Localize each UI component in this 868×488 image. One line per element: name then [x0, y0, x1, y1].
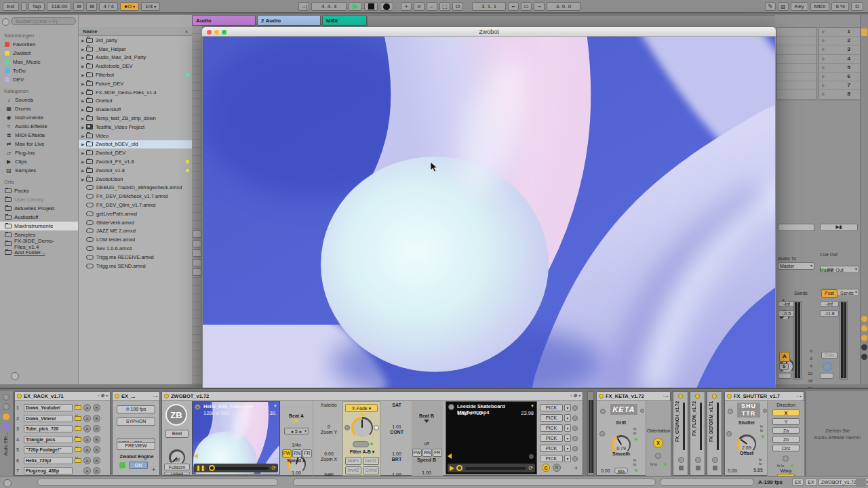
master-solo-button[interactable]: Solo	[821, 352, 837, 359]
rack-chain-row[interactable]: 1Down_Youtube/AB	[16, 403, 110, 413]
sidebar-item-audiostuff[interactable]: Audiostuff	[0, 213, 78, 222]
minimize-icon[interactable]	[214, 30, 219, 35]
device-fx-shutter[interactable]: FX_SHUTTER_v1.7 ▫▪ SHUTTR Shutter hilo 2…	[724, 391, 804, 476]
video-b-direction-icon[interactable]	[448, 453, 452, 459]
pick-mod-dot[interactable]	[572, 446, 578, 451]
scene-slot[interactable]: 8	[819, 90, 860, 99]
close-icon[interactable]	[207, 30, 212, 35]
browser-collapse-icon[interactable]	[2, 18, 9, 26]
hotswap-icon[interactable]	[695, 457, 701, 463]
clip-slot[interactable]	[777, 37, 816, 45]
nudge-down-icon[interactable]: ‖‖	[73, 2, 84, 11]
play-button[interactable]	[349, 2, 362, 11]
xfade-knob[interactable]	[351, 417, 373, 439]
xfade-b-dot[interactable]	[374, 425, 379, 430]
sidebar-item-favoriten[interactable]: Favoriten	[0, 40, 78, 49]
clip-slot[interactable]	[777, 90, 816, 99]
file-row[interactable]: ▶Future_DEV	[79, 79, 193, 88]
arrangement-position-field[interactable]: 4. 4. 3	[311, 2, 347, 11]
chain-a-button[interactable]: A	[83, 457, 91, 464]
file-row[interactable]: getLivePath.amxd	[79, 209, 193, 218]
fw-button[interactable]: FW	[412, 449, 422, 457]
scene-slot[interactable]: 2	[819, 37, 860, 45]
file-row[interactable]: ▶Zwobot_v1.8	[79, 166, 193, 175]
loop-length-field[interactable]: 4. 0. 0	[547, 2, 580, 11]
session-record-icon[interactable]: O	[452, 2, 463, 11]
chain-a-button[interactable]: A	[83, 415, 91, 422]
keta-titlebar[interactable]: FX_KETA_v1.72 ▫▪	[597, 392, 670, 401]
tempo-field[interactable]: 118.00	[47, 2, 71, 11]
grind-button[interactable]: Grind	[363, 466, 379, 474]
chain-name[interactable]: Down_Youtube/	[24, 404, 73, 411]
clip-slot[interactable]	[777, 81, 816, 90]
scene-play-icon[interactable]	[822, 47, 825, 52]
track-stop-clips-slot[interactable]	[778, 224, 814, 231]
draw-mode-pencil-icon[interactable]: ✎	[765, 2, 776, 11]
clip-slot[interactable]	[777, 64, 816, 73]
device-on-led[interactable]	[115, 394, 119, 399]
expand-arrow-icon[interactable]: ▶	[81, 38, 86, 43]
device-on-led[interactable]	[164, 394, 169, 399]
scene-play-icon[interactable]	[822, 83, 825, 87]
play-icon[interactable]	[450, 466, 454, 471]
expand-arrow-icon[interactable]: ▶	[81, 107, 86, 112]
chain-b-button[interactable]: B	[93, 446, 100, 453]
loop-icon[interactable]: ⟳	[271, 465, 276, 471]
post-button[interactable]: Post	[821, 289, 837, 298]
file-row[interactable]: ▶ZwobotJson	[79, 175, 193, 184]
device-view-icon[interactable]	[3, 403, 9, 410]
direction-zb-button[interactable]: Zb	[772, 436, 800, 443]
file-row[interactable]: GliderVerb.amxd	[79, 218, 193, 227]
save-icon[interactable]: ▪	[579, 393, 580, 399]
offset-hi-lo[interactable]: hilo	[759, 458, 762, 466]
pick-row[interactable]: PICK▼	[540, 403, 582, 413]
scene-slot[interactable]: 1	[819, 28, 860, 37]
rack-chain-row[interactable]: 6Helix_720p/AB	[16, 455, 110, 466]
pick-button[interactable]: PICK	[540, 455, 563, 462]
file-row[interactable]: ▶Audio_Max_3rd_Party	[79, 54, 193, 62]
pick-dropdown-icon[interactable]: ▼	[564, 414, 571, 422]
expand-arrow-icon[interactable]: ▶	[81, 55, 86, 60]
master-volume-value[interactable]: -11.8	[820, 310, 839, 317]
chain-name[interactable]: Down_Vimeo/	[24, 415, 73, 422]
video-a-menu-icon[interactable]: ▼	[273, 404, 277, 408]
xfade-a-dot[interactable]	[344, 425, 350, 430]
save-icon[interactable]	[713, 466, 717, 470]
time-signature-field[interactable]: 4 / 4	[99, 2, 118, 11]
file-row[interactable]: ▶_Max_Helper	[79, 45, 193, 54]
computer-midi-keyboard-icon[interactable]: ▤	[778, 2, 789, 11]
breadcrumb-chip[interactable]: EX	[805, 479, 816, 486]
sidebar-item-maxinstrumente[interactable]: MaxInstrumente	[0, 222, 78, 230]
orientation-x-button[interactable]: X	[653, 438, 663, 448]
groove-amount-selector[interactable]: ●O▾	[120, 2, 139, 11]
scene-slot[interactable]: 3	[819, 45, 860, 54]
chain-b-button[interactable]: B	[93, 425, 100, 432]
search-input[interactable]: Suchen (Cmd + F)	[11, 17, 76, 25]
clip-view-icon[interactable]	[3, 394, 9, 401]
pick-button[interactable]: PICK	[540, 414, 563, 422]
video-a-direction-icon[interactable]	[194, 453, 198, 459]
loop-start-field[interactable]: 3. 1. 1	[472, 2, 506, 11]
rack-chain-icon[interactable]	[3, 423, 9, 430]
file-row[interactable]: ▶Filterbot	[79, 70, 193, 79]
file-row[interactable]: LOM tester.amxd	[79, 235, 193, 244]
device-ex-rack[interactable]: EX_RACK_v1.71 ▫⊘▪ 1Down_Youtube/AB2Down_…	[14, 391, 111, 476]
pick-dropdown-icon[interactable]: ▼	[564, 455, 571, 462]
show-mixer-toggle[interactable]	[861, 344, 867, 350]
pick-c-button[interactable]: C	[542, 464, 550, 472]
file-row[interactable]: Trigg.me RECEIVE.amxd	[79, 253, 193, 262]
expand-arrow-icon[interactable]: ▶	[81, 168, 86, 173]
crossfade-a-button[interactable]: A	[779, 352, 790, 362]
syphon-button[interactable]: SYPHON	[117, 418, 155, 426]
audio-to-selector[interactable]: Master	[778, 262, 814, 270]
direction-dot[interactable]	[783, 455, 789, 462]
chain-name[interactable]: "720p Footage!"	[24, 446, 73, 453]
sidebar-item-user-library[interactable]: User Library	[0, 195, 78, 204]
device-on-led[interactable]	[727, 394, 732, 399]
sidebar-item-dev[interactable]: DEV	[0, 75, 78, 84]
punch-out-icon[interactable]: ¬	[534, 2, 545, 11]
wavy-hi-lo[interactable]: hi lo	[777, 464, 784, 468]
chain-name[interactable]: Helix_720p/	[24, 457, 73, 464]
device-on-led[interactable]	[17, 394, 22, 399]
orientation-hi-lo[interactable]: hi lo	[650, 462, 657, 466]
